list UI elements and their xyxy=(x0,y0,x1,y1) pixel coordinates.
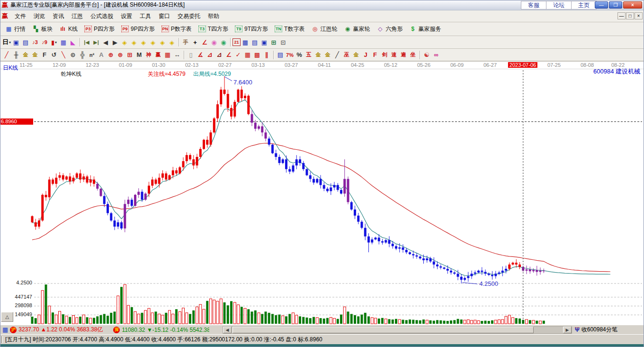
red-grid-icon[interactable]: ▦ xyxy=(243,50,252,60)
price-ladder-icon[interactable]: ▤ xyxy=(276,50,285,60)
shen-tool-icon[interactable]: 神 xyxy=(144,50,153,60)
next-candle-icon[interactable]: ▶ xyxy=(110,37,120,47)
menu-江恩[interactable]: 江恩 xyxy=(68,11,87,21)
menu-帮助[interactable]: 帮助 xyxy=(204,11,223,21)
prev-candle-icon[interactable]: ◀ xyxy=(101,37,110,47)
first-page-icon[interactable]: |◀ xyxy=(82,37,91,47)
t9-square-button[interactable]: T99T四方形 xyxy=(232,24,271,34)
taichi-icon[interactable]: ☯ xyxy=(422,50,431,60)
child-restore-button[interactable]: □ xyxy=(626,12,634,19)
slant-lines-icon[interactable]: ∥ xyxy=(262,50,271,60)
grid-tool-icon[interactable]: ╫ xyxy=(11,50,21,60)
scroll-right-button[interactable]: ▶ xyxy=(563,327,572,333)
gold-line-icon[interactable]: 金 xyxy=(323,50,332,60)
winner-wheel-button[interactable]: ◉赢家轮 xyxy=(340,24,373,34)
hexagon-button[interactable]: ◇六角形 xyxy=(373,24,406,34)
customer-service-button[interactable]: 客服 xyxy=(521,1,546,9)
save-icon[interactable]: ▣ xyxy=(259,37,269,47)
p-number-button[interactable]: PNP数字表 xyxy=(158,24,195,34)
horizontal-scrollbar[interactable]: ◀ ▶ xyxy=(223,326,572,334)
menu-工具[interactable]: 工具 xyxy=(136,11,155,21)
shaded-fan-icon[interactable]: ⊿ xyxy=(215,50,224,60)
speed-angle-icon[interactable]: 速 xyxy=(389,50,399,60)
five-elements-icon[interactable]: 五 xyxy=(304,50,313,60)
hspan-icon[interactable]: ↔ xyxy=(172,50,182,60)
star-rays-icon[interactable]: ⊛ xyxy=(116,50,125,60)
f-angle-icon[interactable]: F xyxy=(370,50,380,60)
golden-section-icon[interactable]: 金 xyxy=(21,50,30,60)
draw-line-icon[interactable]: ╱ xyxy=(2,50,11,60)
n-square-icon[interactable]: n² xyxy=(87,50,97,60)
install-tools-icon[interactable]: ⊡ xyxy=(278,37,288,47)
kline-button[interactable]: ılıK线 xyxy=(56,24,81,34)
menu-窗口[interactable]: 窗口 xyxy=(155,11,174,21)
number-grid-icon[interactable]: ▦ xyxy=(163,50,172,60)
mini-chart9-icon[interactable]: ♪9 xyxy=(40,37,49,47)
diamond-hexpand-icon[interactable]: ◈ xyxy=(148,37,158,47)
menu-资讯[interactable]: 资讯 xyxy=(49,11,68,21)
color-flag-icon[interactable]: ◣ xyxy=(68,37,78,47)
hand-drag-icon[interactable]: 手 xyxy=(181,37,190,47)
gann-brain-green-icon[interactable]: ◉ xyxy=(219,37,228,47)
t-square-button[interactable]: T3T四方形 xyxy=(195,24,232,34)
minimize-button[interactable]: — xyxy=(595,1,608,9)
forum-button[interactable]: 论坛 xyxy=(546,1,571,9)
mini-chart3-icon[interactable]: ♪3 xyxy=(30,37,40,47)
diamond-right-icon[interactable]: ◈ xyxy=(129,37,139,47)
child-minimize-button[interactable]: — xyxy=(617,12,626,19)
data-export-icon[interactable]: ⊞ xyxy=(269,37,278,47)
red-shade-grid-icon[interactable]: ▩ xyxy=(252,50,262,60)
winner-service-button[interactable]: $赢家服务 xyxy=(406,24,444,34)
zuo-angle-icon[interactable]: 坐 xyxy=(408,50,418,60)
box-fan-icon[interactable]: ⊿ xyxy=(205,50,215,60)
last-page-icon[interactable]: ▶| xyxy=(91,37,101,47)
gann-wheel-button[interactable]: ◎江恩轮 xyxy=(308,24,340,34)
menu-文件[interactable]: 文件 xyxy=(11,11,30,21)
p9-square-button[interactable]: P99P四方形 xyxy=(118,24,158,34)
p-square-button[interactable]: P3P四方形 xyxy=(81,24,118,34)
infinity-icon[interactable]: ∞ xyxy=(431,50,441,60)
scroll-left-button[interactable]: ◀ xyxy=(223,327,232,333)
menu-交易委托[interactable]: 交易委托 xyxy=(174,11,204,21)
child-close-button[interactable]: × xyxy=(635,12,643,19)
diamond-expand-icon[interactable]: ◈ xyxy=(158,37,167,47)
ying-tool-icon[interactable]: 赢 xyxy=(153,50,163,60)
speed-fan-icon[interactable]: ∡ xyxy=(196,50,205,60)
gold-circle-icon[interactable]: 金 xyxy=(313,50,323,60)
candle-style-dropdown[interactable]: ▮▾ xyxy=(49,37,59,47)
quotes-button[interactable]: ▦行情 xyxy=(2,24,29,34)
j-angle-icon[interactable]: J xyxy=(361,50,370,60)
diamond-left-icon[interactable]: ◈ xyxy=(120,37,129,47)
check-line-icon[interactable]: ✓ xyxy=(233,50,243,60)
calculator-icon[interactable]: ▦ xyxy=(241,37,250,47)
scrollbar-thumb[interactable] xyxy=(233,327,534,333)
menu-设置[interactable]: 设置 xyxy=(117,11,136,21)
sectors-button[interactable]: ▚板块 xyxy=(29,24,56,34)
spiral-icon[interactable]: ↺ xyxy=(49,50,59,60)
t-number-button[interactable]: TNT数字表 xyxy=(271,24,308,34)
angle-ruler-icon[interactable]: A xyxy=(97,50,106,60)
gann-brain-pink-icon[interactable]: ◉ xyxy=(209,37,219,47)
quote-grid-icon[interactable]: ▦ xyxy=(2,326,8,333)
fib-levels-icon[interactable]: F xyxy=(40,50,49,60)
brush-icon[interactable]: ╲ xyxy=(59,50,68,60)
square-target-icon[interactable]: ⊞ xyxy=(125,50,134,60)
trend-fan-icon[interactable]: ∠ xyxy=(224,50,233,60)
zen-window-icon[interactable]: ▣ xyxy=(11,37,21,47)
close-button[interactable]: × xyxy=(623,1,642,9)
period-day-dropdown[interactable]: 日▾ xyxy=(2,37,11,47)
bian-angle-icon[interactable]: 遍 xyxy=(399,50,408,60)
dense-grid-icon[interactable]: ╬ xyxy=(78,50,87,60)
door-panel-icon[interactable]: ▯ xyxy=(186,50,196,60)
diamond-hcompress-icon[interactable]: ◈ xyxy=(139,37,148,47)
notebook-icon[interactable]: ▤ xyxy=(250,37,259,47)
menu-公式选股[interactable]: 公式选股 xyxy=(87,11,117,21)
restore-button[interactable]: ❐ xyxy=(609,1,622,9)
angle-measure-icon[interactable]: ∠ xyxy=(200,37,209,47)
kline-chart[interactable]: 7.64004.2500 xyxy=(0,69,644,325)
percent-icon[interactable]: % xyxy=(295,50,304,60)
qiankun-pattern-icon[interactable]: ▦ xyxy=(59,37,68,47)
wu-tool-icon[interactable]: 巫 xyxy=(342,50,351,60)
pen-measure-icon[interactable]: ╱ xyxy=(332,50,342,60)
gold-under-icon[interactable]: 金 xyxy=(351,50,361,60)
